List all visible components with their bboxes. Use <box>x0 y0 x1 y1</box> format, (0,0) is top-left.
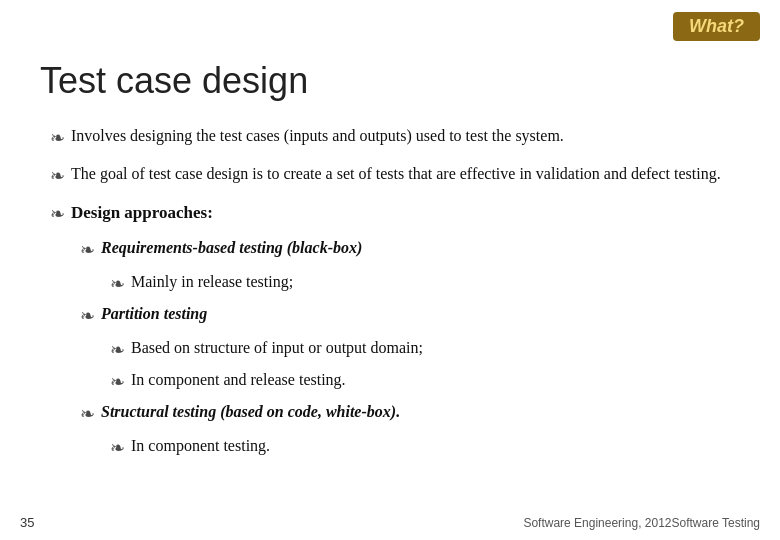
bullet-item-1: ❧ Involves designing the test cases (inp… <box>40 124 740 152</box>
sub-sub-symbol-mainly: ❧ <box>110 271 125 298</box>
bullet-symbol-3: ❧ <box>50 201 65 228</box>
what-badge: What? <box>673 12 760 41</box>
sub-bullet-symbol-req: ❧ <box>80 237 95 264</box>
sub-sub-symbol-in: ❧ <box>110 369 125 396</box>
sub-sub-bullet-mainly: ❧ Mainly in release testing; <box>40 270 740 298</box>
sub-bullet-symbol-structural: ❧ <box>80 401 95 428</box>
design-approaches-label: Design approaches: <box>71 200 213 226</box>
page-number: 35 <box>20 515 34 530</box>
sub-sub-bullet-component: ❧ In component testing. <box>40 434 740 462</box>
mainly-label: Mainly in release testing; <box>131 270 293 294</box>
bullet-text-2: The goal of test case design is to creat… <box>71 162 740 186</box>
in-label: In component and release testing. <box>131 368 346 392</box>
sub-sub-bullet-in: ❧ In component and release testing. <box>40 368 740 396</box>
slide-title: Test case design <box>40 60 740 102</box>
sub-sub-symbol-component: ❧ <box>110 435 125 462</box>
slide-footer: 35 Software Engineering, 2012Software Te… <box>0 515 780 530</box>
sub-bullet-symbol-partition: ❧ <box>80 303 95 330</box>
bullet-symbol-2: ❧ <box>50 163 65 190</box>
based-label: Based on structure of input or output do… <box>131 336 423 360</box>
structural-label: Structural testing (based on code, white… <box>101 400 400 424</box>
bullet-text-1: Involves designing the test cases (input… <box>71 124 740 148</box>
bullet-item-2: ❧ The goal of test case design is to cre… <box>40 162 740 190</box>
slide: What? Test case design ❧ Involves design… <box>0 0 780 540</box>
sub-sub-bullet-based: ❧ Based on structure of input or output … <box>40 336 740 364</box>
design-approaches-header: ❧ Design approaches: <box>40 200 740 228</box>
sub-bullet-structural: ❧ Structural testing (based on code, whi… <box>40 400 740 428</box>
sub-sub-symbol-based: ❧ <box>110 337 125 364</box>
partition-label: Partition testing <box>101 302 207 326</box>
component-label: In component testing. <box>131 434 270 458</box>
bullet-symbol-1: ❧ <box>50 125 65 152</box>
slide-content: ❧ Involves designing the test cases (inp… <box>40 124 740 462</box>
footer-credit: Software Engineering, 2012Software Testi… <box>523 516 760 530</box>
sub-bullet-req: ❧ Requirements-based testing (black-box) <box>40 236 740 264</box>
sub-bullet-partition: ❧ Partition testing <box>40 302 740 330</box>
req-label: Requirements-based testing (black-box) <box>101 236 362 260</box>
